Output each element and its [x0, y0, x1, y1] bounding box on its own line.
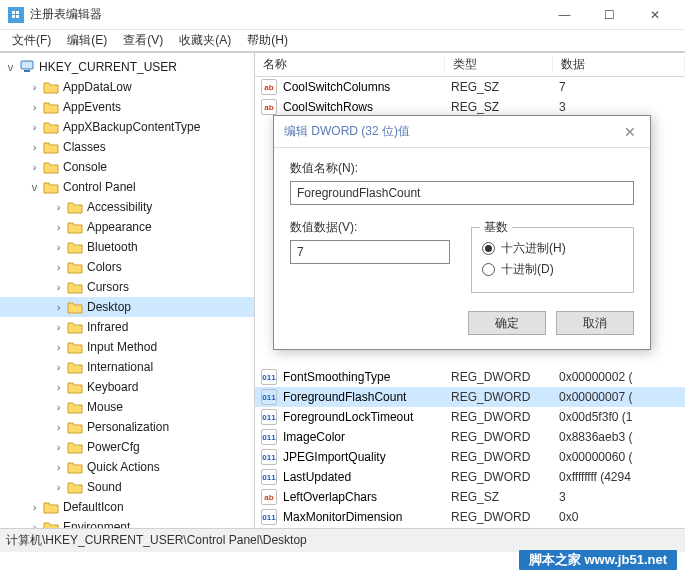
tree-label: PowerCfg	[87, 440, 140, 454]
tree-item[interactable]: ›Quick Actions	[0, 457, 254, 477]
edit-dword-dialog: 编辑 DWORD (32 位)值 ✕ 数值名称(N): 数值数据(V): 基数 …	[273, 115, 651, 350]
value-data-input[interactable]	[290, 240, 450, 264]
value-name: ForegroundFlashCount	[283, 390, 451, 404]
list-row[interactable]: 011JPEGImportQualityREG_DWORD0x00000060 …	[255, 447, 685, 467]
tree-item[interactable]: ›Infrared	[0, 317, 254, 337]
expander-icon[interactable]: ›	[52, 481, 65, 493]
list-row[interactable]: 011MaxMonitorDimensionREG_DWORD0x0	[255, 507, 685, 527]
list-row[interactable]: 011FontSmoothingTypeREG_DWORD0x00000002 …	[255, 367, 685, 387]
tree-item[interactable]: ›DefaultIcon	[0, 497, 254, 517]
dword-value-icon: 011	[261, 429, 277, 445]
radio-hex[interactable]: 十六进制(H)	[482, 240, 623, 257]
list-row[interactable]: 011LastUpdatedREG_DWORD0xffffffff (4294	[255, 467, 685, 487]
menu-file[interactable]: 文件(F)	[4, 30, 59, 51]
expander-icon[interactable]: ›	[52, 221, 65, 233]
ok-button[interactable]: 确定	[468, 311, 546, 335]
tree-label: International	[87, 360, 153, 374]
tree-item[interactable]: ›International	[0, 357, 254, 377]
maximize-button[interactable]: ☐	[587, 1, 632, 29]
tree-item[interactable]: ›AppXBackupContentType	[0, 117, 254, 137]
menu-help[interactable]: 帮助(H)	[239, 30, 296, 51]
folder-icon	[67, 320, 83, 334]
tree-item[interactable]: ›Cursors	[0, 277, 254, 297]
tree-item[interactable]: ›Colors	[0, 257, 254, 277]
tree-item[interactable]: ›Input Method	[0, 337, 254, 357]
tree-control-panel[interactable]: v Control Panel	[0, 177, 254, 197]
expander-icon[interactable]: ›	[28, 141, 41, 153]
list-row[interactable]: abCoolSwitchRowsREG_SZ3	[255, 97, 685, 117]
value-type: REG_SZ	[451, 490, 559, 504]
expander-icon[interactable]: ›	[52, 361, 65, 373]
tree-item[interactable]: ›Appearance	[0, 217, 254, 237]
menu-view[interactable]: 查看(V)	[115, 30, 171, 51]
value-data: 0x0	[559, 510, 685, 524]
value-data: 0xffffffff (4294	[559, 470, 685, 484]
tree-label: Appearance	[87, 220, 152, 234]
tree-item[interactable]: ›Sound	[0, 477, 254, 497]
expander-icon[interactable]: ›	[52, 241, 65, 253]
expander-icon[interactable]: ›	[52, 401, 65, 413]
expander-icon[interactable]: ›	[28, 521, 41, 528]
expander-icon[interactable]: v	[28, 181, 41, 193]
menu-edit[interactable]: 编辑(E)	[59, 30, 115, 51]
col-type[interactable]: 类型	[445, 56, 553, 73]
tree-item[interactable]: ›Environment	[0, 517, 254, 528]
col-name[interactable]: 名称	[255, 56, 445, 73]
dialog-close-button[interactable]: ✕	[620, 124, 640, 140]
expander-icon[interactable]: ›	[28, 121, 41, 133]
folder-icon	[43, 100, 59, 114]
list-row[interactable]: 011ForegroundLockTimeoutREG_DWORD0x00d5f…	[255, 407, 685, 427]
close-button[interactable]: ✕	[632, 1, 677, 29]
expander-icon[interactable]: ›	[28, 161, 41, 173]
value-type: REG_DWORD	[451, 370, 559, 384]
tree-item[interactable]: ›AppEvents	[0, 97, 254, 117]
window-buttons: — ☐ ✕	[542, 1, 677, 29]
expander-icon[interactable]: ›	[52, 321, 65, 333]
dialog-titlebar[interactable]: 编辑 DWORD (32 位)值 ✕	[274, 116, 650, 148]
tree-item[interactable]: ›Accessibility	[0, 197, 254, 217]
expander-icon[interactable]: ›	[52, 461, 65, 473]
expander-icon[interactable]: ›	[52, 381, 65, 393]
expander-icon[interactable]: v	[4, 61, 17, 73]
expander-icon[interactable]: ›	[52, 261, 65, 273]
expander-icon[interactable]: ›	[52, 301, 65, 313]
tree-item[interactable]: ›Classes	[0, 137, 254, 157]
menubar: 文件(F) 编辑(E) 查看(V) 收藏夹(A) 帮助(H)	[0, 30, 685, 52]
expander-icon[interactable]: ›	[52, 201, 65, 213]
list-row[interactable]: abCoolSwitchColumnsREG_SZ7	[255, 77, 685, 97]
tree-label: Sound	[87, 480, 122, 494]
list-row[interactable]: 011ImageColorREG_DWORD0x8836aeb3 (	[255, 427, 685, 447]
tree-pane[interactable]: v HKEY_CURRENT_USER ›AppDataLow›AppEvent…	[0, 53, 255, 528]
folder-icon	[67, 400, 83, 414]
expander-icon[interactable]: ›	[28, 101, 41, 113]
value-type: REG_DWORD	[451, 450, 559, 464]
expander-icon[interactable]: ›	[28, 501, 41, 513]
folder-icon	[43, 160, 59, 174]
list-row[interactable]: 011ForegroundFlashCountREG_DWORD0x000000…	[255, 387, 685, 407]
expander-icon[interactable]: ›	[52, 281, 65, 293]
menu-favorites[interactable]: 收藏夹(A)	[171, 30, 239, 51]
tree-item[interactable]: ›Mouse	[0, 397, 254, 417]
tree-item[interactable]: ›AppDataLow	[0, 77, 254, 97]
value-type: REG_DWORD	[451, 410, 559, 424]
tree-root[interactable]: v HKEY_CURRENT_USER	[0, 57, 254, 77]
minimize-button[interactable]: —	[542, 1, 587, 29]
tree-item[interactable]: ›Personalization	[0, 417, 254, 437]
expander-icon[interactable]: ›	[52, 421, 65, 433]
col-data[interactable]: 数据	[553, 56, 685, 73]
tree-item[interactable]: ›Bluetooth	[0, 237, 254, 257]
tree-item[interactable]: ›PowerCfg	[0, 437, 254, 457]
value-name: MaxMonitorDimension	[283, 510, 451, 524]
tree-item[interactable]: ›Keyboard	[0, 377, 254, 397]
tree-item[interactable]: ›Desktop	[0, 297, 254, 317]
folder-icon	[67, 420, 83, 434]
expander-icon[interactable]: ›	[52, 441, 65, 453]
tree-item[interactable]: ›Console	[0, 157, 254, 177]
cancel-button[interactable]: 取消	[556, 311, 634, 335]
list-row[interactable]: abLeftOverlapCharsREG_SZ3	[255, 487, 685, 507]
expander-icon[interactable]: ›	[52, 341, 65, 353]
expander-icon[interactable]: ›	[28, 81, 41, 93]
radio-label: 十进制(D)	[501, 261, 554, 278]
radio-dec[interactable]: 十进制(D)	[482, 261, 623, 278]
value-name-input[interactable]	[290, 181, 634, 205]
